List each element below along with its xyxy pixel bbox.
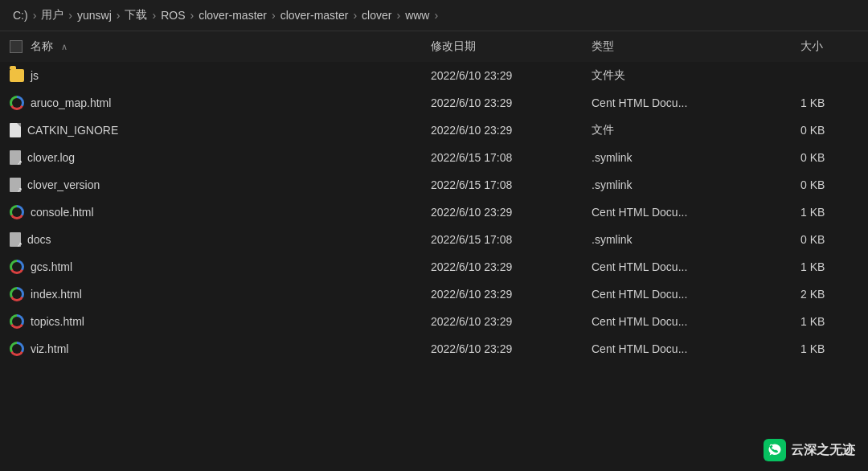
- file-icon: [10, 123, 21, 137]
- file-name-text: viz.html: [31, 342, 68, 355]
- file-date-cell: 2022/6/10 23:29: [418, 308, 579, 335]
- file-name-cell: aruco_map.html: [0, 89, 418, 117]
- file-date-cell: 2022/6/10 23:29: [418, 117, 579, 144]
- file-date-cell: 2022/6/10 23:29: [418, 62, 579, 89]
- file-name-cell: clover_version: [0, 171, 418, 199]
- file-date-cell: 2022/6/10 23:29: [418, 199, 579, 226]
- watermark-text: 云深之无迹: [791, 442, 855, 459]
- file-size-cell: 0 KB: [788, 117, 868, 144]
- file-size-cell: 1 KB: [788, 89, 868, 117]
- breadcrumb-item-downloads[interactable]: 下载: [125, 8, 147, 23]
- file-size-cell: 0 KB: [788, 144, 868, 171]
- html-icon: [10, 260, 24, 274]
- breadcrumb-item-users[interactable]: 用户: [41, 8, 63, 23]
- table-row[interactable]: viz.html2022/6/10 23:29Cent HTML Docu...…: [0, 335, 868, 362]
- col-header-size[interactable]: 大小: [788, 31, 868, 62]
- file-name-text: gcs.html: [31, 260, 72, 273]
- file-date-cell: 2022/6/10 23:29: [418, 253, 579, 281]
- file-size-cell: 1 KB: [788, 253, 868, 281]
- breadcrumb-item-clover[interactable]: clover: [362, 9, 391, 22]
- breadcrumb-item-drive[interactable]: C:): [13, 9, 28, 22]
- table-row[interactable]: gcs.html2022/6/10 23:29Cent HTML Docu...…: [0, 253, 868, 281]
- breadcrumb-item-yunswj[interactable]: yunswj: [77, 9, 112, 22]
- file-type-cell: 文件: [579, 117, 788, 144]
- file-name-cell: topics.html: [0, 308, 418, 335]
- breadcrumb-separator: ›: [272, 9, 276, 22]
- file-name-cell: console.html: [0, 199, 418, 226]
- col-header-type[interactable]: 类型: [579, 31, 788, 62]
- table-row[interactable]: docs2022/6/15 17:08.symlink0 KB: [0, 226, 868, 253]
- table-row[interactable]: index.html2022/6/10 23:29Cent HTML Docu.…: [0, 281, 868, 308]
- file-type-cell: Cent HTML Docu...: [579, 199, 788, 226]
- file-date-cell: 2022/6/10 23:29: [418, 281, 579, 308]
- sort-arrow-icon[interactable]: ∧: [61, 42, 68, 52]
- file-date-cell: 2022/6/15 17:08: [418, 171, 579, 199]
- file-date-cell: 2022/6/15 17:08: [418, 144, 579, 171]
- html-icon: [10, 205, 24, 219]
- breadcrumb-item-ros[interactable]: ROS: [161, 9, 185, 22]
- wechat-icon: [764, 439, 786, 461]
- file-name-text: aruco_map.html: [31, 96, 111, 109]
- file-name-text: docs: [27, 233, 51, 246]
- breadcrumb-item-clover-master-2[interactable]: clover-master: [280, 9, 349, 22]
- file-size-cell: 2 KB: [788, 281, 868, 308]
- breadcrumb-separator: ›: [396, 9, 400, 22]
- table-row[interactable]: clover.log2022/6/15 17:08.symlink0 KB: [0, 144, 868, 171]
- breadcrumb-separator: ›: [68, 9, 72, 22]
- file-type-cell: Cent HTML Docu...: [579, 253, 788, 281]
- file-size-cell: 1 KB: [788, 199, 868, 226]
- file-name-text: js: [31, 69, 39, 82]
- watermark: 云深之无迹: [764, 439, 855, 461]
- table-row[interactable]: CATKIN_IGNORE2022/6/10 23:29文件0 KB: [0, 117, 868, 144]
- file-type-cell: Cent HTML Docu...: [579, 281, 788, 308]
- table-row[interactable]: clover_version2022/6/15 17:08.symlink0 K…: [0, 171, 868, 199]
- file-table: 名称 ∧ 修改日期 类型 大小 js2022/6/10 23:29文件夹aruc…: [0, 31, 868, 362]
- symlink-icon: [10, 232, 21, 247]
- table-row[interactable]: console.html2022/6/10 23:29Cent HTML Doc…: [0, 199, 868, 226]
- file-size-cell: 0 KB: [788, 226, 868, 253]
- breadcrumb-item-www[interactable]: www: [405, 9, 429, 22]
- file-name-cell: js: [0, 62, 418, 89]
- file-name-text: clover.log: [27, 151, 75, 164]
- breadcrumb-separator: ›: [33, 9, 37, 22]
- col-header-name[interactable]: 名称 ∧: [0, 31, 418, 62]
- breadcrumb-item-clover-master-1[interactable]: clover-master: [199, 9, 267, 22]
- col-header-date[interactable]: 修改日期: [418, 31, 579, 62]
- file-date-cell: 2022/6/10 23:29: [418, 89, 579, 117]
- breadcrumb-separator: ›: [190, 9, 194, 22]
- table-row[interactable]: aruco_map.html2022/6/10 23:29Cent HTML D…: [0, 89, 868, 117]
- file-type-cell: .symlink: [579, 144, 788, 171]
- file-name-text: index.html: [31, 288, 82, 301]
- select-all-checkbox[interactable]: [10, 40, 23, 53]
- breadcrumb-trailing: ›: [434, 9, 438, 22]
- html-icon: [10, 96, 24, 110]
- symlink-icon: [10, 178, 21, 192]
- file-name-cell: clover.log: [0, 144, 418, 171]
- breadcrumb-separator: ›: [117, 9, 121, 22]
- file-type-cell: 文件夹: [579, 62, 788, 89]
- breadcrumb: C:) › 用户 › yunswj › 下载 › ROS › clover-ma…: [0, 0, 868, 31]
- file-size-cell: 1 KB: [788, 308, 868, 335]
- html-icon: [10, 342, 24, 356]
- file-name-cell: docs: [0, 226, 418, 253]
- file-name-text: CATKIN_IGNORE: [27, 124, 118, 137]
- file-name-cell: gcs.html: [0, 253, 418, 281]
- file-size-cell: [788, 62, 868, 89]
- file-name-text: clover_version: [27, 178, 100, 191]
- breadcrumb-separator: ›: [152, 9, 156, 22]
- table-row[interactable]: topics.html2022/6/10 23:29Cent HTML Docu…: [0, 308, 868, 335]
- html-icon: [10, 287, 24, 301]
- table-row[interactable]: js2022/6/10 23:29文件夹: [0, 62, 868, 89]
- folder-icon: [10, 69, 24, 82]
- file-date-cell: 2022/6/10 23:29: [418, 335, 579, 362]
- file-type-cell: .symlink: [579, 171, 788, 199]
- file-name-cell: CATKIN_IGNORE: [0, 117, 418, 144]
- col-name-label: 名称: [31, 39, 53, 54]
- file-date-cell: 2022/6/15 17:08: [418, 226, 579, 253]
- file-type-cell: Cent HTML Docu...: [579, 89, 788, 117]
- file-size-cell: 0 KB: [788, 171, 868, 199]
- file-type-cell: Cent HTML Docu...: [579, 335, 788, 362]
- file-name-cell: viz.html: [0, 335, 418, 362]
- file-name-text: topics.html: [31, 315, 84, 328]
- html-icon: [10, 314, 24, 329]
